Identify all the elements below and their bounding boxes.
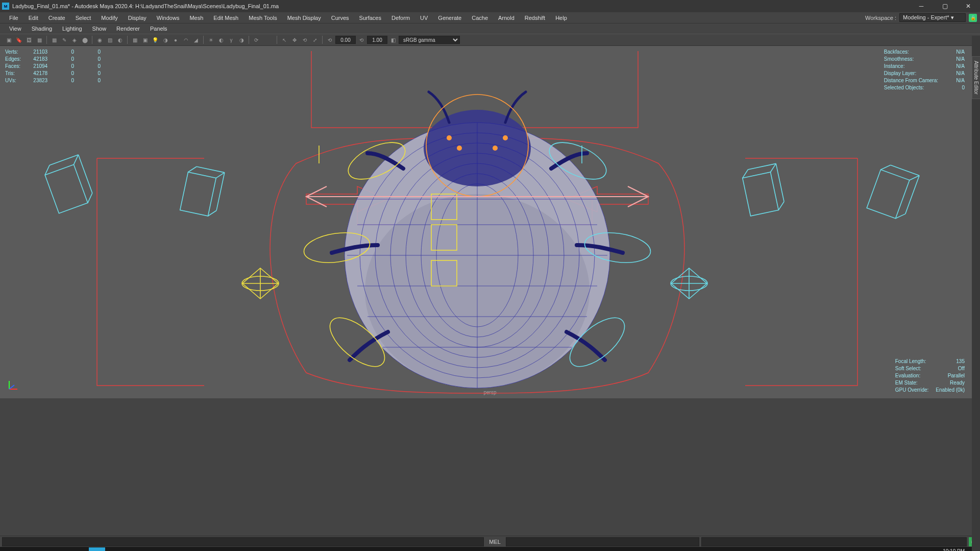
panel-toolbar: ▣ 🔖 🖼 ▦ ▦ ✎ ◈ ⬤ ◉ ▨ ◐ ▦ ▣ 💡 ◑ ● ◠ ◢ ☀ ◐ …: [0, 34, 980, 46]
svg-rect-44: [180, 172, 216, 216]
menu-cache[interactable]: Cache: [467, 13, 493, 22]
bookmark-icon[interactable]: 🔖: [14, 35, 23, 44]
maximize-button[interactable]: ▢: [933, 0, 957, 12]
rotate-tool-icon[interactable]: ⟲: [300, 35, 309, 44]
viewport-scene: [0, 46, 967, 398]
xray-joints-icon[interactable]: ◐: [115, 35, 125, 44]
main-menubar: FileEditCreateSelectModifyDisplayWindows…: [0, 12, 980, 23]
svg-line-57: [880, 162, 890, 172]
svg-rect-38: [45, 164, 88, 213]
svg-line-60: [896, 211, 905, 221]
move-tool-icon[interactable]: ✥: [290, 35, 299, 44]
task-view-icon[interactable]: ▥: [19, 547, 36, 551]
menu-mesh-display[interactable]: Mesh Display: [282, 13, 326, 22]
grid-icon[interactable]: ▦: [50, 35, 59, 44]
menu-display[interactable]: Display: [123, 13, 152, 22]
reset-exposure-icon[interactable]: ⟲: [325, 35, 334, 44]
use-lights-icon[interactable]: 💡: [151, 35, 160, 44]
menu-surfaces[interactable]: Surfaces: [354, 13, 386, 22]
svg-line-49: [216, 173, 225, 210]
menu-edit-mesh[interactable]: Edit Mesh: [208, 13, 243, 22]
gamma-field[interactable]: [367, 36, 387, 44]
smooth-shade-icon[interactable]: ⬤: [80, 35, 89, 44]
menu-select[interactable]: Select: [70, 13, 96, 22]
image-plane-icon[interactable]: 🖼: [24, 35, 34, 44]
isolate-select-icon[interactable]: ◉: [95, 35, 104, 44]
menu-help[interactable]: Help: [550, 13, 572, 22]
ao-icon[interactable]: ●: [171, 35, 180, 44]
file-explorer-icon[interactable]: 📁: [37, 547, 53, 551]
motion-blur-icon[interactable]: ◠: [181, 35, 190, 44]
panel-menu-show[interactable]: Show: [87, 25, 112, 33]
window-titlebar: M Ladybug_Final_01.ma* - Autodesk Maya 2…: [0, 0, 980, 12]
svg-point-21: [447, 135, 452, 140]
menu-mesh-tools[interactable]: Mesh Tools: [243, 13, 282, 22]
panel-menu-shading[interactable]: Shading: [27, 25, 57, 33]
gamma-icon[interactable]: γ: [227, 35, 236, 44]
svg-point-24: [493, 146, 498, 151]
exposure-icon[interactable]: ☀: [206, 35, 215, 44]
menu-edit[interactable]: Edit: [23, 13, 43, 22]
svg-line-42: [85, 193, 95, 203]
spacer: [0, 398, 980, 536]
panel-menu-lighting[interactable]: Lighting: [57, 25, 87, 33]
exposure-minus-icon[interactable]: ◐: [216, 35, 226, 44]
reset-gamma-icon[interactable]: ⟲: [357, 35, 366, 44]
close-button[interactable]: ✕: [957, 0, 980, 12]
menu-file[interactable]: File: [4, 13, 23, 22]
panel-menu-renderer[interactable]: Renderer: [111, 25, 145, 33]
command-history-field[interactable]: [2, 537, 484, 546]
color-picker-icon[interactable]: ◧: [388, 35, 398, 44]
command-input-field[interactable]: [506, 537, 699, 546]
color-space-selector[interactable]: sRGB gamma: [399, 36, 460, 44]
grease-pencil-icon[interactable]: ✎: [60, 35, 69, 44]
svg-line-47: [197, 166, 225, 173]
menu-windows[interactable]: Windows: [152, 13, 185, 22]
svg-line-43: [78, 155, 92, 193]
menu-arnold[interactable]: Arnold: [493, 13, 520, 22]
separator: [127, 36, 128, 44]
film-gate-icon[interactable]: ▦: [35, 35, 44, 44]
wireframe-on-shaded-icon[interactable]: ▦: [130, 35, 139, 44]
separator: [92, 36, 92, 44]
separator: [203, 36, 204, 44]
command-language-label[interactable]: MEL: [486, 539, 504, 545]
shadows-icon[interactable]: ◑: [161, 35, 170, 44]
workspace-selector[interactable]: Modeling - Expert* ▾: [899, 13, 966, 22]
gamma-plus-icon[interactable]: ◑: [237, 35, 246, 44]
window-controls: ─ ▢ ✕: [910, 0, 980, 12]
discord-icon[interactable]: ◉: [71, 547, 88, 551]
camera-select-icon[interactable]: ▣: [4, 35, 13, 44]
panel-menu-view[interactable]: View: [4, 25, 27, 33]
xray-icon[interactable]: ▨: [105, 35, 114, 44]
start-button[interactable]: ⊞: [2, 547, 18, 551]
select-tool-icon[interactable]: ↖: [280, 35, 289, 44]
wireframe-icon[interactable]: ◈: [70, 35, 79, 44]
menu-mesh[interactable]: Mesh: [184, 13, 208, 22]
workspace-lock-icon[interactable]: 🔒: [969, 14, 977, 22]
chrome-icon[interactable]: ◉: [54, 547, 70, 551]
minimize-button[interactable]: ─: [910, 0, 933, 12]
workspace-label: Workspace :: [865, 15, 896, 21]
menu-modify[interactable]: Modify: [96, 13, 122, 22]
maya-taskbar-icon[interactable]: M: [89, 547, 105, 551]
attribute-editor-tab[interactable]: Attribute Editor: [972, 56, 981, 99]
exposure-field[interactable]: [335, 36, 356, 44]
textured-icon[interactable]: ▣: [140, 35, 150, 44]
view-transform-icon[interactable]: ⟳: [252, 35, 261, 44]
viewport-panel[interactable]: Verts:2110300Edges:4218300Faces:2109400T…: [0, 46, 980, 398]
anti-alias-icon[interactable]: ◢: [191, 35, 201, 44]
menu-generate[interactable]: Generate: [433, 13, 467, 22]
menu-create[interactable]: Create: [43, 13, 70, 22]
menu-redshift[interactable]: Redshift: [520, 13, 550, 22]
panel-menu-panels[interactable]: Panels: [145, 25, 173, 33]
svg-line-58: [910, 173, 919, 183]
scale-tool-icon[interactable]: ⤢: [310, 35, 320, 44]
menu-deform[interactable]: Deform: [386, 13, 415, 22]
maya-app-icon: M: [2, 3, 9, 10]
system-clock[interactable]: 10:10 PM 2021-07-09: [939, 548, 965, 551]
windows-taskbar: ⊞ ▥ 📁 ◉ ◉ M ☾ 21°C Mostly clear ˄ 🖧 🔊 10…: [0, 547, 980, 551]
svg-rect-56: [867, 170, 910, 219]
menu-curves[interactable]: Curves: [326, 13, 354, 22]
menu-uv[interactable]: UV: [415, 13, 433, 22]
